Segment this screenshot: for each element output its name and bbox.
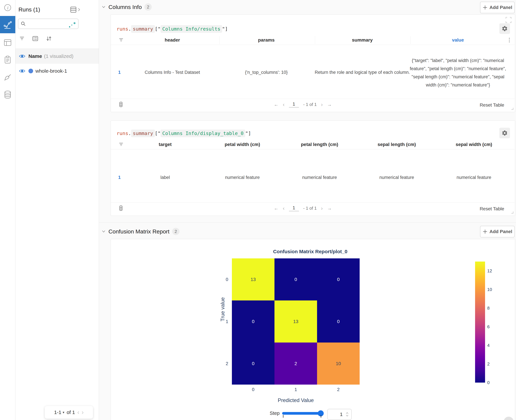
table-columns-icon[interactable] [119,205,123,211]
reset-table-button[interactable]: Reset Table [480,102,504,108]
last-page-icon[interactable]: → [327,102,332,107]
y-tick-2: 2 [224,361,228,366]
panels-icon[interactable] [0,35,15,50]
column-params[interactable]: params [258,38,275,43]
regex-toggle[interactable]: .* [70,21,76,26]
x-tick-1: 1 [295,387,297,392]
column-summary[interactable]: summary [352,38,373,43]
matrix-cell-2-0: 0 [232,343,274,385]
list-settings-icon[interactable] [32,36,38,41]
row-index-link[interactable]: 1 [118,175,121,180]
resize-handle-icon[interactable] [511,107,514,110]
y-tick-0: 0 [224,277,228,282]
reset-table-button[interactable]: Reset Table [480,206,504,211]
x-tick-2: 2 [337,387,340,392]
x-axis-label: Predicted Value [278,398,314,403]
panel-columns-info-results: runs.summary["Columns Info/results"] hea… [111,15,515,112]
page-range: 1-1 [54,410,61,415]
colorbar [475,262,485,382]
panel-query-expression[interactable]: runs.summary["Columns Info/display_table… [117,128,251,139]
panel-confusion-matrix-plot: Confusion Matrix Report/plot_0 13 0 0 0 … [111,239,515,420]
regex-active-dot [69,26,70,27]
fullscreen-icon[interactable] [505,17,512,23]
page-size-dropdown[interactable]: 1-1 ▾ [54,410,64,415]
run-search-box[interactable]: .* [18,19,78,29]
run-column-header: Name (1 visualized) [15,49,99,64]
panel-settings-button[interactable] [499,23,510,34]
panel-settings-button[interactable] [499,128,510,138]
runs-table-expand-button[interactable] [70,7,80,13]
visualized-count: (1 visualized) [44,53,74,59]
filter-icon[interactable] [119,142,123,146]
info-icon[interactable]: i [0,0,15,15]
next-page-button[interactable]: › [82,409,84,416]
chevron-down-icon[interactable] [101,230,106,233]
first-page-icon[interactable]: ← [274,102,279,107]
kebab-menu-icon[interactable]: ⋮ [507,37,512,43]
colorbar-tick-8: 8 [487,306,490,311]
page-number-input[interactable]: 1 [289,101,299,108]
add-panel-button[interactable]: Add Panel [480,2,515,13]
expr-object: runs [117,26,128,32]
next-page-icon[interactable]: › [321,205,323,211]
eye-icon[interactable] [19,69,25,73]
sort-icon[interactable] [46,36,52,41]
chevron-down-icon[interactable] [101,5,106,9]
section-title[interactable]: Columns Info [108,4,142,10]
panel-count-badge: 2 [144,3,152,11]
filter-icon[interactable] [119,38,123,42]
expr-close-bracket: "] [222,26,228,32]
step-number-input[interactable]: 1 [327,409,352,420]
column-sepal-width[interactable]: sepal width (cm) [456,142,492,147]
plus-icon [483,229,487,234]
svg-text:i: i [7,5,8,10]
panel-query-expression[interactable]: runs.summary["Columns Info/results"] [117,23,228,34]
last-page-icon[interactable]: → [327,206,332,211]
next-page-icon[interactable]: › [321,101,323,108]
plot-title: Confusion Matrix Report/plot_0 [273,249,348,254]
slider-tick-start [283,415,283,418]
run-name[interactable]: whole-brook-1 [35,68,67,74]
page-number-input[interactable]: 1 [289,205,299,211]
cell-petal-length: numerical feature [302,175,337,180]
matrix-cell-1-0: 0 [232,300,274,343]
prev-page-icon[interactable]: ‹ [283,101,285,108]
nav-workspace-active[interactable] [0,16,15,33]
database-icon[interactable] [0,87,15,102]
runs-pagination: 1-1 ▾ of 1 ‹ › [45,406,93,419]
prev-page-icon[interactable]: ‹ [283,205,285,211]
expr-close-bracket: "] [245,130,251,136]
colorbar-tick-10: 10 [487,287,492,292]
row-index-link[interactable]: 1 [118,70,121,75]
expr-object: runs [117,130,128,136]
column-petal-length[interactable]: petal length (cm) [301,142,338,147]
runs-title: Runs (1) [18,6,40,13]
section-title[interactable]: Confusion Matrix Report [108,228,169,235]
run-color-dot [29,69,33,73]
column-target[interactable]: target [159,142,172,147]
clipboard-icon[interactable] [0,52,15,68]
eye-icon[interactable] [19,54,25,59]
expr-function: summary [131,25,155,33]
add-panel-button[interactable]: Add Panel [480,226,515,237]
spinner-arrows-icon[interactable] [346,412,349,417]
filter-icon[interactable] [19,37,24,41]
column-sepal-length[interactable]: sepal length (cm) [378,142,416,147]
table-columns-icon[interactable] [119,102,123,107]
cell-target: label [160,175,170,180]
matrix-cell-0-0: 13 [232,258,274,300]
resize-handle-icon[interactable] [511,211,514,214]
panel-columns-info-display-table: runs.summary["Columns Info/display_table… [111,120,515,216]
sweep-brush-icon[interactable] [0,70,15,85]
column-header[interactable]: header [165,38,180,43]
confusion-matrix-heatmap[interactable]: 13 0 0 0 13 0 0 2 10 [232,258,360,385]
prev-page-button[interactable]: ‹ [77,409,79,416]
column-petal-width[interactable]: petal width (cm) [225,142,260,147]
run-row[interactable]: whole-brook-1 [15,64,99,78]
first-page-icon[interactable]: ← [274,206,279,211]
step-slider-track[interactable] [282,412,323,415]
column-value[interactable]: value [452,38,464,43]
expr-dot: . [128,130,131,136]
dropdown-icon: ▾ [63,410,64,414]
run-search-input[interactable] [26,21,70,27]
